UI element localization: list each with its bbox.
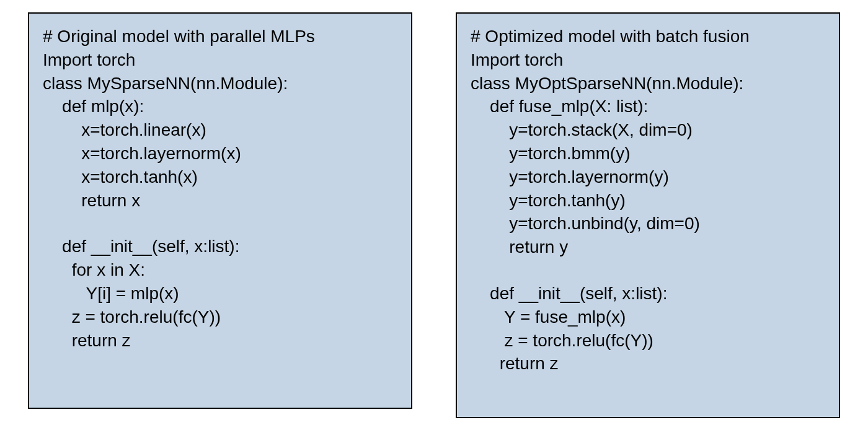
code-line: x=torch.layernorm(x) [43,142,397,165]
code-line: z = torch.relu(fc(Y)) [43,305,397,329]
code-line: Import torch [471,48,825,72]
blank-line [43,212,397,235]
code-line: def fuse_mlp(X: list): [471,95,825,118]
code-line: # Original model with parallel MLPs [43,25,397,48]
code-line: x=torch.tanh(x) [43,165,397,189]
code-line: # Optimized model with batch fusion [471,25,825,48]
code-line: z = torch.relu(fc(Y)) [471,329,825,353]
code-line: def __init__(self, x:list): [471,282,825,305]
code-line: return z [471,352,825,375]
code-line: class MySparseNN(nn.Module): [43,72,397,95]
code-box-optimized: # Optimized model with batch fusionImpor… [456,12,840,418]
code-line: y=torch.unbind(y, dim=0) [471,212,825,235]
code-line: y=torch.bmm(y) [471,142,825,165]
code-content-left: # Original model with parallel MLPsImpor… [43,25,397,352]
code-line: y=torch.tanh(y) [471,189,825,212]
code-line: for x in X: [43,258,397,282]
code-content-right: # Optimized model with batch fusionImpor… [471,25,825,375]
code-box-original: # Original model with parallel MLPsImpor… [28,12,412,409]
code-line: class MyOptSparseNN(nn.Module): [471,72,825,95]
code-line: return y [471,235,825,259]
code-line: return x [43,189,397,212]
code-line: y=torch.stack(X, dim=0) [471,118,825,142]
code-line: def __init__(self, x:list): [43,235,397,258]
code-line: y=torch.layernorm(y) [471,165,825,189]
code-line: x=torch.linear(x) [43,118,397,142]
code-line: Y = fuse_mlp(x) [471,305,825,329]
code-line: def mlp(x): [43,95,397,118]
blank-line [471,259,825,282]
code-line: Import torch [43,48,397,72]
code-line: Y[i] = mlp(x) [43,282,397,305]
code-line: return z [43,329,397,353]
